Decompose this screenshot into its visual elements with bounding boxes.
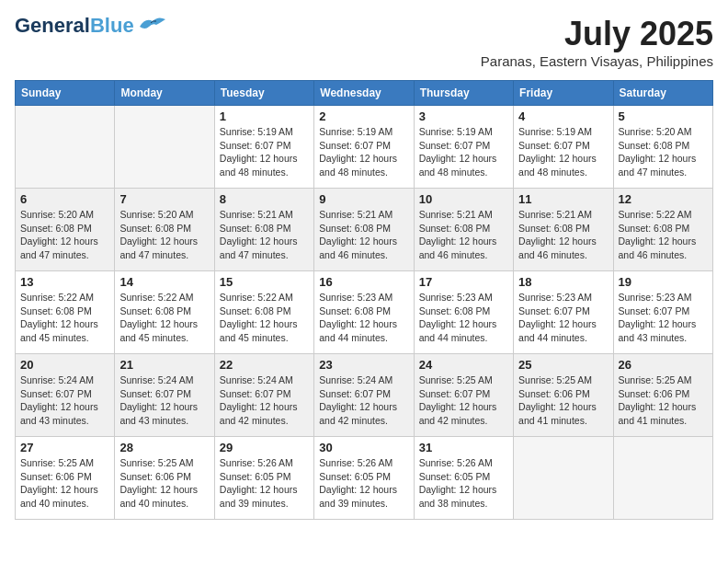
day-info: Sunrise: 5:20 AMSunset: 6:08 PMDaylight:… (20, 208, 109, 262)
calendar-cell: 27Sunrise: 5:25 AMSunset: 6:06 PMDayligh… (16, 437, 115, 520)
day-number: 4 (518, 109, 608, 123)
col-header-saturday: Saturday (613, 81, 712, 106)
day-number: 22 (220, 358, 309, 372)
calendar-week-row: 27Sunrise: 5:25 AMSunset: 6:06 PMDayligh… (16, 437, 713, 520)
day-info: Sunrise: 5:19 AMSunset: 6:07 PMDaylight:… (518, 125, 608, 179)
day-info: Sunrise: 5:25 AMSunset: 6:06 PMDaylight:… (518, 373, 608, 428)
day-number: 3 (419, 109, 508, 123)
calendar-week-row: 20Sunrise: 5:24 AMSunset: 6:07 PMDayligh… (16, 354, 713, 437)
logo-bird-icon (138, 14, 167, 34)
day-number: 2 (319, 109, 408, 123)
day-number: 11 (518, 192, 608, 206)
calendar-cell: 22Sunrise: 5:24 AMSunset: 6:07 PMDayligh… (214, 354, 313, 437)
day-number: 17 (419, 275, 508, 289)
day-number: 10 (419, 192, 508, 206)
day-number: 12 (619, 192, 708, 206)
calendar-cell: 21Sunrise: 5:24 AMSunset: 6:07 PMDayligh… (115, 354, 214, 437)
calendar-cell: 12Sunrise: 5:22 AMSunset: 6:08 PMDayligh… (613, 189, 712, 271)
calendar-cell: 14Sunrise: 5:22 AMSunset: 6:08 PMDayligh… (115, 271, 214, 354)
day-number: 5 (619, 109, 708, 123)
day-info: Sunrise: 5:19 AMSunset: 6:07 PMDaylight:… (319, 125, 408, 179)
calendar-cell: 3Sunrise: 5:19 AMSunset: 6:07 PMDaylight… (414, 106, 513, 189)
calendar-cell: 6Sunrise: 5:20 AMSunset: 6:08 PMDaylight… (16, 189, 115, 271)
day-info: Sunrise: 5:24 AMSunset: 6:07 PMDaylight:… (319, 373, 408, 428)
calendar-cell: 26Sunrise: 5:25 AMSunset: 6:06 PMDayligh… (613, 354, 712, 437)
day-info: Sunrise: 5:24 AMSunset: 6:07 PMDaylight:… (20, 373, 109, 428)
calendar-cell: 19Sunrise: 5:23 AMSunset: 6:07 PMDayligh… (613, 271, 712, 354)
calendar-week-row: 1Sunrise: 5:19 AMSunset: 6:07 PMDaylight… (16, 106, 713, 189)
day-number: 13 (20, 275, 109, 289)
day-info: Sunrise: 5:22 AMSunset: 6:08 PMDaylight:… (20, 291, 109, 345)
calendar-cell: 5Sunrise: 5:20 AMSunset: 6:08 PMDaylight… (613, 106, 712, 189)
calendar-cell: 1Sunrise: 5:19 AMSunset: 6:07 PMDaylight… (214, 106, 313, 189)
day-number: 29 (220, 441, 309, 454)
calendar-cell (115, 106, 214, 189)
logo: GeneralBlue (15, 15, 167, 37)
calendar-cell: 29Sunrise: 5:26 AMSunset: 6:05 PMDayligh… (214, 437, 313, 520)
calendar-cell: 24Sunrise: 5:25 AMSunset: 6:07 PMDayligh… (414, 354, 513, 437)
day-number: 8 (220, 192, 309, 206)
day-info: Sunrise: 5:23 AMSunset: 6:08 PMDaylight:… (419, 291, 508, 345)
col-header-wednesday: Wednesday (314, 81, 414, 106)
calendar-cell: 18Sunrise: 5:23 AMSunset: 6:07 PMDayligh… (514, 271, 613, 354)
day-number: 18 (518, 275, 608, 289)
col-header-thursday: Thursday (414, 81, 513, 106)
day-info: Sunrise: 5:24 AMSunset: 6:07 PMDaylight:… (119, 373, 209, 428)
calendar-week-row: 13Sunrise: 5:22 AMSunset: 6:08 PMDayligh… (16, 271, 713, 354)
day-info: Sunrise: 5:23 AMSunset: 6:07 PMDaylight:… (619, 291, 708, 345)
day-number: 1 (220, 109, 309, 123)
day-number: 20 (20, 358, 109, 372)
col-header-sunday: Sunday (16, 81, 115, 106)
calendar-cell: 11Sunrise: 5:21 AMSunset: 6:08 PMDayligh… (514, 189, 613, 271)
calendar-cell: 25Sunrise: 5:25 AMSunset: 6:06 PMDayligh… (514, 354, 613, 437)
day-info: Sunrise: 5:19 AMSunset: 6:07 PMDaylight:… (419, 125, 508, 179)
logo-text: GeneralBlue (15, 15, 134, 37)
title-block: July 2025 Paranas, Eastern Visayas, Phil… (481, 15, 713, 69)
day-info: Sunrise: 5:25 AMSunset: 6:07 PMDaylight:… (419, 373, 508, 428)
day-number: 15 (220, 275, 309, 289)
day-info: Sunrise: 5:22 AMSunset: 6:08 PMDaylight:… (220, 291, 309, 345)
day-info: Sunrise: 5:26 AMSunset: 6:05 PMDaylight:… (419, 456, 508, 511)
calendar-cell: 4Sunrise: 5:19 AMSunset: 6:07 PMDaylight… (514, 106, 613, 189)
calendar-cell: 30Sunrise: 5:26 AMSunset: 6:05 PMDayligh… (314, 437, 414, 520)
day-info: Sunrise: 5:25 AMSunset: 6:06 PMDaylight:… (20, 456, 109, 511)
calendar-cell: 9Sunrise: 5:21 AMSunset: 6:08 PMDaylight… (314, 189, 414, 271)
col-header-tuesday: Tuesday (214, 81, 313, 106)
calendar-header-row: SundayMondayTuesdayWednesdayThursdayFrid… (16, 81, 713, 106)
calendar-cell: 20Sunrise: 5:24 AMSunset: 6:07 PMDayligh… (16, 354, 115, 437)
day-number: 9 (319, 192, 408, 206)
day-number: 28 (119, 441, 209, 454)
day-info: Sunrise: 5:23 AMSunset: 6:08 PMDaylight:… (319, 291, 408, 345)
day-number: 27 (20, 441, 109, 454)
day-info: Sunrise: 5:23 AMSunset: 6:07 PMDaylight:… (518, 291, 608, 345)
calendar-week-row: 6Sunrise: 5:20 AMSunset: 6:08 PMDaylight… (16, 189, 713, 271)
day-number: 16 (319, 275, 408, 289)
day-info: Sunrise: 5:20 AMSunset: 6:08 PMDaylight:… (619, 125, 708, 179)
day-info: Sunrise: 5:21 AMSunset: 6:08 PMDaylight:… (518, 208, 608, 262)
calendar-cell: 8Sunrise: 5:21 AMSunset: 6:08 PMDaylight… (214, 189, 313, 271)
day-number: 24 (419, 358, 508, 372)
calendar-cell: 7Sunrise: 5:20 AMSunset: 6:08 PMDaylight… (115, 189, 214, 271)
calendar-cell: 10Sunrise: 5:21 AMSunset: 6:08 PMDayligh… (414, 189, 513, 271)
day-number: 23 (319, 358, 408, 372)
day-info: Sunrise: 5:19 AMSunset: 6:07 PMDaylight:… (220, 125, 309, 179)
calendar-cell: 31Sunrise: 5:26 AMSunset: 6:05 PMDayligh… (414, 437, 513, 520)
calendar-cell: 13Sunrise: 5:22 AMSunset: 6:08 PMDayligh… (16, 271, 115, 354)
day-info: Sunrise: 5:21 AMSunset: 6:08 PMDaylight:… (319, 208, 408, 262)
day-info: Sunrise: 5:21 AMSunset: 6:08 PMDaylight:… (220, 208, 309, 262)
day-number: 25 (518, 358, 608, 372)
day-info: Sunrise: 5:26 AMSunset: 6:05 PMDaylight:… (220, 456, 309, 511)
day-number: 30 (319, 441, 408, 454)
calendar-cell: 23Sunrise: 5:24 AMSunset: 6:07 PMDayligh… (314, 354, 414, 437)
day-number: 6 (20, 192, 109, 206)
calendar-cell: 2Sunrise: 5:19 AMSunset: 6:07 PMDaylight… (314, 106, 414, 189)
day-number: 19 (619, 275, 708, 289)
day-info: Sunrise: 5:22 AMSunset: 6:08 PMDaylight:… (619, 208, 708, 262)
calendar-cell (613, 437, 712, 520)
page-header: GeneralBlue July 2025 Paranas, Eastern V… (15, 15, 713, 69)
day-info: Sunrise: 5:25 AMSunset: 6:06 PMDaylight:… (619, 373, 708, 428)
day-number: 14 (119, 275, 209, 289)
day-number: 7 (119, 192, 209, 206)
day-number: 31 (419, 441, 508, 454)
col-header-monday: Monday (115, 81, 214, 106)
